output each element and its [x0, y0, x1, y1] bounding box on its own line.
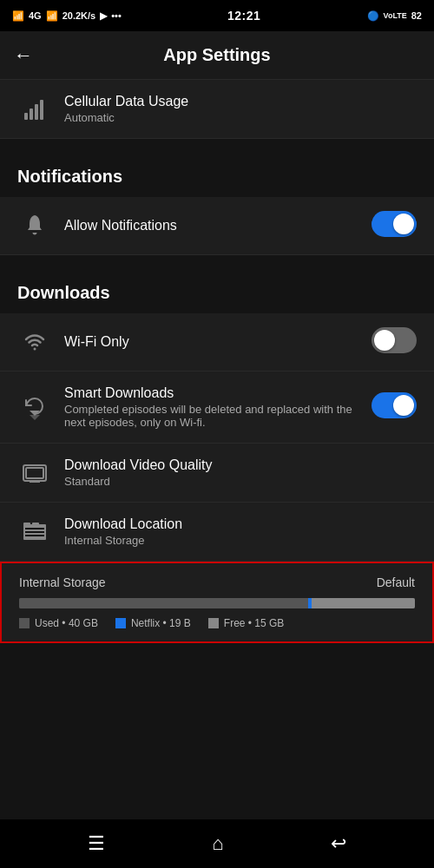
allow-notifications-label: Allow Notifications — [64, 218, 361, 233]
cellular-subtitle: Automatic — [64, 111, 417, 124]
allow-notifications-toggle[interactable] — [372, 211, 417, 237]
back-button[interactable]: ← — [14, 44, 33, 67]
page-title: App Settings — [47, 45, 387, 65]
home-button[interactable]: ⌂ — [212, 832, 223, 855]
status-time: 12:21 — [227, 9, 260, 23]
svg-rect-12 — [25, 531, 44, 533]
storage-legend: Used • 40 GB Netflix • 19 B Free • 15 GB — [19, 617, 415, 629]
speed-text: 20.2K/s — [62, 10, 96, 21]
video-quality-value: Standard — [64, 475, 417, 488]
top-nav: ← App Settings — [0, 31, 434, 80]
video-quality-icon — [17, 460, 52, 486]
storage-bar — [19, 598, 415, 608]
bluetooth-icon: 🔵 — [367, 10, 379, 22]
status-right: 🔵 VoLTE 82 — [367, 10, 422, 22]
storage-section: Internal Storage Default Used • 40 GB Ne… — [0, 562, 434, 643]
status-left: 📶 4G 📶 20.2K/s ▶ ••• — [12, 10, 122, 22]
smart-downloads-text: Smart Downloads Completed episodes will … — [64, 385, 361, 429]
wifi-toggle-thumb — [374, 330, 395, 351]
location-icon — [17, 519, 52, 545]
notifications-title: Notifications — [17, 167, 417, 187]
divider2 — [0, 255, 434, 262]
svg-rect-18 — [208, 618, 219, 628]
svg-rect-3 — [40, 100, 43, 120]
svg-rect-1 — [30, 108, 33, 120]
free-dot-icon — [208, 618, 219, 628]
svg-rect-16 — [19, 618, 30, 628]
smart-downloads-toggle[interactable] — [372, 392, 417, 418]
download-location-text: Download Location Internal Storage — [64, 516, 417, 547]
divider1 — [0, 139, 434, 146]
menu-button[interactable]: ☰ — [88, 832, 105, 855]
battery-text: 82 — [411, 10, 422, 21]
signal2-icon: 📶 — [46, 10, 58, 22]
volte-icon: VoLTE — [384, 11, 407, 20]
bottom-nav: ☰ ⌂ ↩ — [0, 819, 434, 868]
svg-rect-8 — [26, 468, 43, 478]
wifi-only-row[interactable]: Wi-Fi Only — [0, 313, 434, 372]
more-icon: ••• — [111, 10, 122, 21]
used-dot-icon — [19, 618, 30, 628]
storage-label: Internal Storage — [19, 575, 106, 589]
free-label: Free • 15 GB — [224, 617, 285, 629]
signal-icon: 📶 — [12, 10, 24, 22]
storage-bar-free — [312, 598, 415, 608]
cellular-text: Cellular Data Usage Automatic — [64, 94, 417, 124]
cellular-data-row[interactable]: Cellular Data Usage Automatic — [0, 80, 434, 139]
video-quality-row[interactable]: Download Video Quality Standard — [0, 444, 434, 503]
notifications-section-header: Notifications — [0, 146, 434, 197]
svg-rect-13 — [25, 535, 44, 536]
netflix-label: Netflix • 19 B — [131, 617, 191, 629]
legend-netflix: Netflix • 19 B — [115, 617, 191, 629]
smart-downloads-row[interactable]: Smart Downloads Completed episodes will … — [0, 372, 434, 444]
media-icon: ▶ — [100, 10, 107, 22]
cellular-title: Cellular Data Usage — [64, 94, 417, 109]
storage-header: Internal Storage Default — [19, 575, 415, 589]
storage-default: Default — [377, 575, 415, 589]
download-location-row[interactable]: Download Location Internal Storage — [0, 503, 434, 562]
wifi-icon — [17, 330, 52, 354]
allow-notifications-toggle-wrapper[interactable] — [372, 211, 417, 240]
download-location-label: Download Location — [64, 516, 417, 532]
download-location-value: Internal Storage — [64, 534, 417, 547]
toggle-thumb — [393, 214, 414, 234]
smart-downloads-icon — [17, 393, 52, 421]
video-quality-text: Download Video Quality Standard — [64, 457, 417, 488]
status-bar: 📶 4G 📶 20.2K/s ▶ ••• 12:21 🔵 VoLTE 82 — [0, 0, 434, 31]
allow-notifications-row[interactable]: Allow Notifications — [0, 197, 434, 255]
signal-text: 4G — [29, 10, 42, 21]
svg-point-4 — [34, 348, 36, 351]
svg-rect-0 — [24, 113, 28, 120]
wifi-only-toggle-wrapper[interactable] — [372, 327, 417, 357]
bell-icon — [17, 214, 52, 238]
content: Cellular Data Usage Automatic Notificati… — [0, 80, 434, 643]
cellular-icon — [17, 97, 52, 122]
svg-rect-11 — [25, 528, 44, 529]
smart-downloads-toggle-wrapper[interactable] — [372, 392, 417, 422]
back-nav-button[interactable]: ↩ — [331, 832, 346, 855]
smart-downloads-desc: Completed episodes will be deleted and r… — [64, 403, 361, 429]
downloads-title: Downloads — [17, 283, 417, 303]
spacer — [0, 643, 434, 695]
svg-rect-2 — [35, 104, 38, 120]
svg-marker-6 — [30, 415, 40, 420]
allow-notifications-text: Allow Notifications — [64, 218, 361, 233]
wifi-only-text: Wi-Fi Only — [64, 334, 361, 350]
svg-rect-14 — [23, 523, 30, 526]
video-quality-label: Download Video Quality — [64, 457, 417, 473]
wifi-only-toggle[interactable] — [372, 327, 417, 353]
wifi-only-label: Wi-Fi Only — [64, 334, 361, 350]
svg-rect-15 — [32, 523, 39, 526]
legend-used: Used • 40 GB — [19, 617, 98, 629]
smart-toggle-thumb — [393, 395, 414, 416]
downloads-section-header: Downloads — [0, 262, 434, 313]
svg-rect-17 — [115, 618, 126, 628]
legend-free: Free • 15 GB — [208, 617, 285, 629]
netflix-dot-icon — [115, 618, 126, 628]
smart-downloads-label: Smart Downloads — [64, 385, 361, 401]
used-label: Used • 40 GB — [35, 617, 98, 629]
storage-bar-used — [19, 598, 308, 608]
